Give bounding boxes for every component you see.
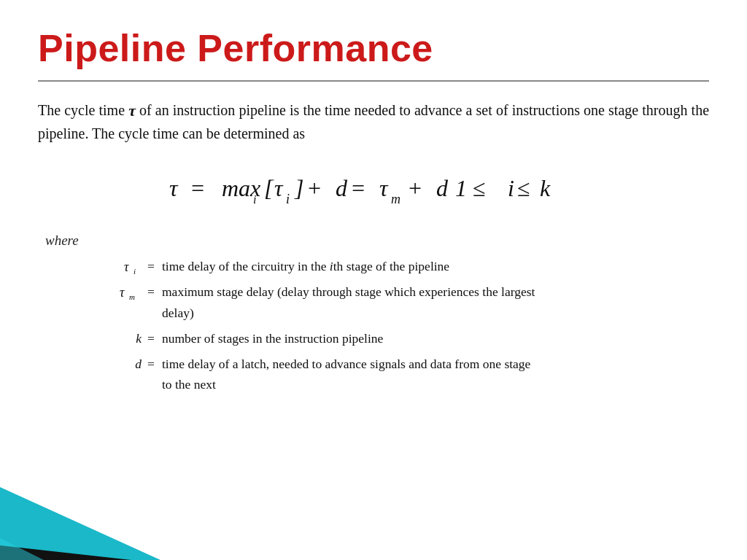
- def-eq-k: =: [147, 328, 162, 349]
- svg-text:=: =: [190, 175, 206, 201]
- svg-text:i: i: [133, 267, 136, 276]
- intro-paragraph: The cycle time τ of an instruction pipel…: [38, 98, 709, 145]
- where-label: where: [45, 233, 709, 249]
- svg-text:≤: ≤: [517, 175, 530, 201]
- decoration-svg: [0, 480, 160, 560]
- def-rhs-d: time delay of a latch, needed to advance…: [162, 354, 709, 396]
- title-divider: [38, 80, 709, 82]
- svg-text:+: +: [306, 175, 322, 201]
- svg-text:m: m: [391, 192, 400, 206]
- k-symbol: k: [136, 331, 142, 346]
- svg-text:]: ]: [294, 175, 303, 201]
- svg-text:=: =: [350, 175, 366, 201]
- def-eq-tau-m: =: [147, 281, 162, 303]
- intro-text-2: of an instruction pipeline is the time n…: [38, 102, 709, 141]
- definitions-list: τ i = time delay of the circuitry in the…: [82, 256, 709, 395]
- def-row-tau-i: τ i = time delay of the circuitry in the…: [82, 256, 709, 277]
- def-rhs-tau-m: maximum stage delay (delay through stage…: [162, 281, 709, 324]
- d-symbol: d: [135, 357, 142, 371]
- def-lhs-tau-m: τ m: [82, 281, 147, 303]
- def-lhs-k: k: [82, 328, 147, 349]
- svg-text:+: +: [407, 175, 423, 201]
- svg-text:m: m: [129, 292, 135, 301]
- def-rhs-tau-i: time delay of the circuitry in the ith s…: [162, 256, 709, 277]
- def-rhs-k: number of stages in the instruction pipe…: [162, 328, 709, 349]
- def-eq-tau-i: =: [147, 256, 162, 277]
- def-row-d: d = time delay of a latch, needed to adv…: [82, 354, 709, 396]
- formula-svg: τ = max i [ τ i ] + d = τ m + d 1 ≤ i ≤ …: [162, 166, 585, 217]
- svg-text:τ: τ: [124, 260, 129, 274]
- def-row-tau-m: τ m = maximum stage delay (delay through…: [82, 281, 709, 324]
- formula-block: τ = max i [ τ i ] + d = τ m + d 1 ≤ i ≤ …: [38, 166, 709, 217]
- tau-symbol: τ: [128, 98, 136, 123]
- slide-title: Pipeline Performance: [38, 26, 709, 70]
- intro-text-1: The cycle time: [38, 102, 125, 118]
- def-lhs-d: d: [82, 354, 147, 375]
- svg-text:i: i: [508, 175, 514, 201]
- svg-text:k: k: [540, 175, 551, 201]
- svg-text:i: i: [286, 192, 290, 206]
- svg-text:τ: τ: [120, 285, 125, 300]
- svg-text:d: d: [436, 175, 449, 201]
- svg-text:τ: τ: [274, 175, 284, 201]
- svg-text:[: [: [264, 175, 274, 201]
- svg-text:1 ≤: 1 ≤: [455, 175, 486, 201]
- slide: Pipeline Performance The cycle time τ of…: [0, 0, 747, 560]
- svg-text:τ: τ: [379, 175, 389, 201]
- svg-text:i: i: [253, 193, 256, 206]
- svg-text:τ: τ: [169, 175, 179, 201]
- def-lhs-tau-i: τ i: [82, 256, 147, 277]
- svg-text:d: d: [336, 175, 348, 201]
- bottom-decoration: [0, 487, 146, 560]
- def-eq-d: =: [147, 354, 162, 375]
- def-row-k: k = number of stages in the instruction …: [82, 328, 709, 349]
